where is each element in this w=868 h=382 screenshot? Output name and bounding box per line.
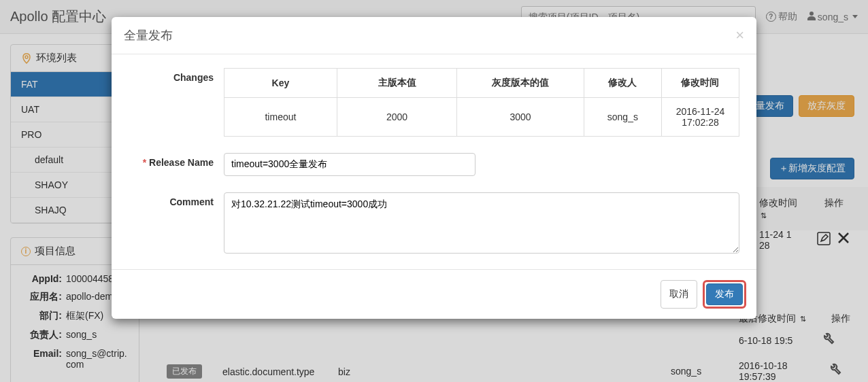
changes-label: Changes — [129, 68, 224, 83]
full-release-modal: 全量发布 × Changes Key 主版本值 灰度版本的值 修改人 修改时间 — [112, 17, 756, 319]
comment-label: Comment — [129, 192, 224, 207]
modal-title: 全量发布 — [124, 27, 173, 44]
close-icon[interactable]: × — [735, 28, 744, 43]
cell-time: 2016-11-24 17:02:28 — [661, 98, 739, 137]
comment-textarea[interactable] — [224, 192, 739, 254]
cell-gray: 3000 — [457, 98, 584, 137]
th-modify-time: 修改时间 — [661, 69, 739, 98]
release-name-label: * Release Name — [129, 153, 224, 168]
th-main-value: 主版本值 — [337, 69, 456, 98]
cell-main: 2000 — [337, 98, 456, 137]
cancel-button[interactable]: 取消 — [661, 280, 697, 309]
th-key: Key — [224, 69, 337, 98]
cell-modifier: song_s — [584, 98, 661, 137]
th-gray-value: 灰度版本的值 — [457, 69, 584, 98]
table-row: timeout 2000 3000 song_s 2016-11-24 17:0… — [224, 98, 739, 137]
cell-key: timeout — [224, 98, 337, 137]
changes-table: Key 主版本值 灰度版本的值 修改人 修改时间 timeout 2000 30… — [224, 68, 739, 137]
publish-button[interactable]: 发布 — [706, 283, 743, 305]
publish-highlight: 发布 — [703, 280, 746, 309]
release-name-input[interactable] — [224, 153, 475, 176]
th-modifier: 修改人 — [584, 69, 661, 98]
